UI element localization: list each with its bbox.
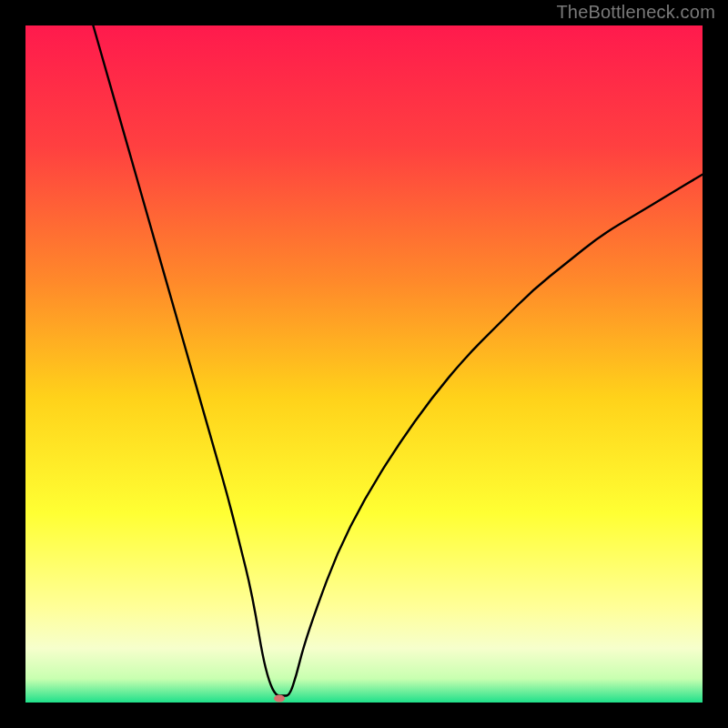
attribution-text: TheBottleneck.com bbox=[556, 2, 715, 23]
gradient-background bbox=[25, 25, 703, 703]
plot-area bbox=[25, 25, 703, 703]
chart-svg bbox=[25, 25, 703, 703]
chart-frame: TheBottleneck.com bbox=[0, 0, 728, 728]
optimal-marker-icon bbox=[274, 695, 285, 703]
